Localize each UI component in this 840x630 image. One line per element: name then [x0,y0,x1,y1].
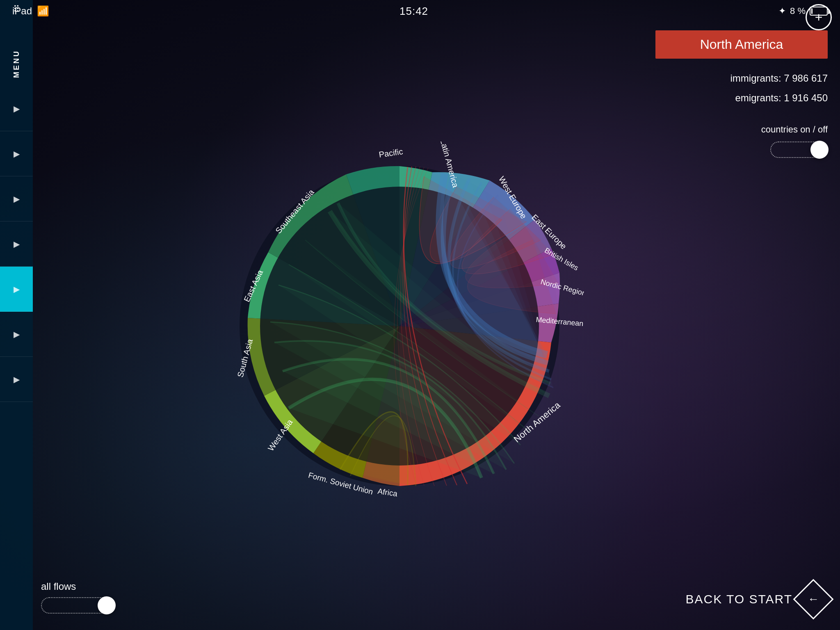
back-arrow-icon: ← [808,593,819,606]
sidebar-item-6[interactable]: ▶ [0,312,33,357]
arrow-icon-3: ▶ [14,194,20,204]
sidebar-item-4[interactable]: ▶ [0,221,33,267]
arrow-icon-2: ▶ [14,149,20,159]
add-icon: + [815,10,823,25]
time-display: 15:42 [399,5,428,18]
label-africa: Africa [377,487,398,498]
sidebar-item-5[interactable]: ▶ [0,267,33,312]
all-flows-toggle-thumb [98,596,116,614]
stats-section: immigrants: 7 986 617 emigrants: 1 916 4… [655,68,828,108]
sidebar-items: ▶ ▶ ▶ ▶ ▶ ▶ ▶ [0,86,33,630]
back-to-start-button[interactable]: BACK TO START ← [685,585,828,614]
back-icon: ← [793,579,834,620]
right-panel: North America immigrants: 7 986 617 emig… [655,30,828,170]
countries-toggle-label: countries on / off [655,124,828,135]
back-label: BACK TO START [685,592,792,606]
label-pacific: Pacific [378,147,403,159]
sidebar: ⠿ MENU ▶ ▶ ▶ ▶ ▶ ▶ ▶ [0,0,33,630]
battery-percentage: 8 % [790,6,806,16]
all-flows-label: all flows [41,581,115,592]
sidebar-item-2[interactable]: ▶ [0,131,33,176]
emigrants-stat: emigrants: 1 916 450 [655,88,828,108]
arrow-icon-1: ▶ [14,104,20,114]
bottom-left-controls: all flows [41,581,115,614]
region-title[interactable]: North America [655,30,828,59]
arrow-icon-4: ▶ [14,239,20,249]
chord-diagram[interactable]: Pacific Latin America West Europe East E… [215,142,584,511]
arrow-icon-5: ▶ [14,284,20,294]
main-area: Pacific Latin America West Europe East E… [33,22,840,630]
all-flows-toggle[interactable] [41,597,115,614]
wifi-icon: 📶 [37,5,49,17]
sidebar-item-7[interactable]: ▶ [0,357,33,402]
immigrants-stat: immigrants: 7 986 617 [655,68,828,88]
toggle-thumb [810,141,829,159]
arrow-icon-6: ▶ [14,329,20,339]
status-left: iPad 📶 [12,5,49,17]
sidebar-item-3[interactable]: ▶ [0,176,33,221]
countries-toggle-container [655,142,828,158]
menu-label: MENU [12,43,21,86]
countries-toggle[interactable] [770,142,828,158]
arrow-icon-7: ▶ [14,374,20,384]
device-label: iPad [12,5,32,17]
add-button[interactable]: + [806,4,832,30]
status-bar: iPad 📶 15:42 ✦ 8 % [0,0,840,22]
bluetooth-icon: ✦ [778,6,786,16]
sidebar-item-1[interactable]: ▶ [0,86,33,131]
